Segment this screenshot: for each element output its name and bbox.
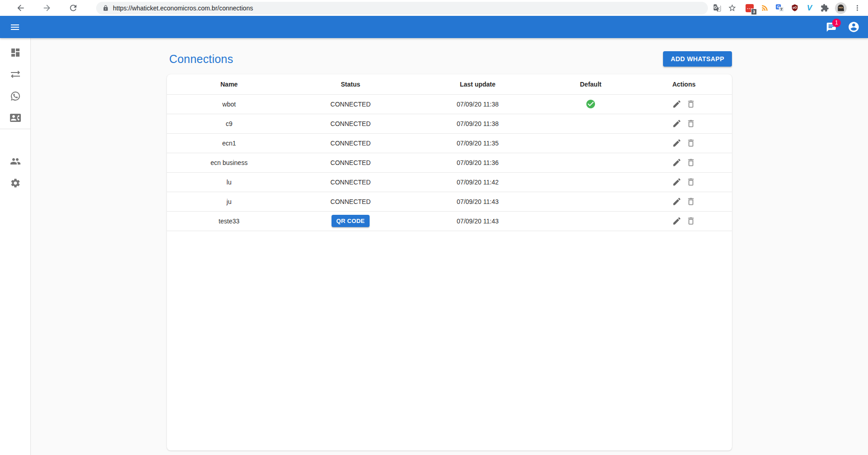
column-header: Actions — [636, 74, 732, 94]
sidebar-item-users[interactable] — [0, 150, 30, 172]
sidebar-item-connections[interactable] — [0, 63, 30, 85]
sidebar-item-dashboard[interactable] — [0, 42, 30, 63]
edit-button[interactable] — [671, 195, 683, 208]
cell-actions — [636, 172, 732, 192]
extension-rss-icon[interactable] — [760, 4, 769, 13]
gear-icon — [10, 178, 21, 189]
delete-button[interactable] — [685, 195, 697, 208]
pencil-icon — [672, 197, 682, 206]
last-update: 07/09/20 11:38 — [457, 101, 498, 108]
column-header: Default — [546, 74, 636, 94]
trash-icon — [686, 158, 696, 167]
cell-default — [546, 153, 636, 172]
menu-toggle-button[interactable] — [10, 22, 20, 33]
delete-button[interactable] — [685, 176, 697, 188]
main-content: Connections ADD WHATSAPP NameStatusLast … — [31, 38, 868, 455]
delete-button[interactable] — [685, 137, 697, 149]
cell-name: ecn business — [167, 153, 291, 172]
connection-name: wbot — [222, 101, 236, 108]
sync-alt-icon — [10, 69, 21, 80]
cell-default — [546, 211, 636, 231]
bookmark-star-icon[interactable] — [727, 4, 736, 13]
cell-status: CONNECTED — [291, 172, 410, 192]
browser-toolbar-right: ... 3 G uO V — [712, 2, 862, 14]
sidebar-item-contacts[interactable] — [0, 107, 30, 129]
status-text: CONNECTED — [331, 140, 371, 147]
extension-v-icon[interactable]: V — [805, 4, 814, 13]
edit-button[interactable] — [671, 176, 683, 188]
hamburger-icon — [10, 22, 20, 33]
connections-table-body: wbot CONNECTED 07/09/20 11:38 c9 CONNECT… — [167, 94, 732, 231]
pencil-icon — [672, 119, 682, 128]
qr-code-button[interactable]: QR CODE — [332, 215, 370, 227]
translate-page-icon[interactable] — [712, 4, 722, 13]
browser-forward-button[interactable] — [40, 1, 54, 15]
cell-status: CONNECTED — [291, 192, 410, 211]
extension-translate-icon[interactable]: G — [775, 4, 784, 13]
cell-default — [546, 114, 636, 133]
trash-icon — [686, 216, 696, 226]
page-title: Connections — [169, 53, 233, 66]
pencil-icon — [672, 99, 682, 109]
browser-refresh-button[interactable] — [66, 1, 80, 15]
account-button[interactable] — [848, 21, 860, 33]
delete-button[interactable] — [685, 98, 697, 110]
cell-name: ju — [167, 192, 291, 211]
delete-button[interactable] — [685, 117, 697, 130]
browser-menu-icon[interactable] — [853, 4, 862, 13]
table-row: ecn1 CONNECTED 07/09/20 11:35 — [167, 133, 732, 153]
status-text: CONNECTED — [331, 198, 371, 205]
add-whatsapp-button[interactable]: ADD WHATSAPP — [663, 51, 732, 67]
trash-icon — [686, 197, 696, 206]
edit-button[interactable] — [671, 215, 683, 227]
cell-default — [546, 94, 636, 114]
cell-name: ecn1 — [167, 133, 291, 153]
edit-button[interactable] — [671, 117, 683, 130]
address-bar[interactable]: https://whaticket.economicros.com.br/con… — [96, 2, 708, 15]
page-header: Connections ADD WHATSAPP — [167, 50, 732, 68]
cell-last-update: 07/09/20 11:42 — [410, 172, 546, 192]
cell-name: lu — [167, 172, 291, 192]
pencil-icon — [672, 158, 682, 167]
extensions-puzzle-icon[interactable] — [820, 4, 829, 13]
cell-status: QR CODE — [291, 211, 410, 231]
table-header-row: NameStatusLast updateDefaultActions — [167, 74, 732, 94]
extension-ublock-icon[interactable]: uO — [790, 4, 799, 13]
column-header: Last update — [410, 74, 546, 94]
cell-actions — [636, 192, 732, 211]
edit-button[interactable] — [671, 156, 683, 169]
connection-name: lu — [227, 179, 232, 186]
cell-status: CONNECTED — [291, 94, 410, 114]
edit-button[interactable] — [671, 98, 683, 110]
sidebar-item-tickets[interactable] — [0, 85, 30, 107]
trash-icon — [686, 99, 696, 109]
cell-default — [546, 172, 636, 192]
sidebar-item-settings[interactable] — [0, 172, 30, 194]
last-update: 07/09/20 11:38 — [457, 120, 498, 127]
column-header: Status — [291, 74, 410, 94]
default-check-icon — [585, 100, 596, 107]
refresh-icon — [68, 3, 78, 13]
extension-red-ellipsis-icon[interactable]: ... 3 — [745, 4, 754, 13]
arrow-forward-icon — [42, 3, 52, 13]
trash-icon — [686, 119, 696, 128]
last-update: 07/09/20 11:36 — [457, 159, 498, 166]
cell-last-update: 07/09/20 11:38 — [410, 114, 546, 133]
status-text: CONNECTED — [331, 101, 371, 108]
account-circle-icon — [848, 21, 860, 33]
cell-name: c9 — [167, 114, 291, 133]
trash-icon — [686, 177, 696, 187]
browser-profile-avatar[interactable] — [835, 2, 847, 14]
connection-name: teste33 — [219, 218, 239, 225]
edit-button[interactable] — [671, 137, 683, 149]
extension-badge: 3 — [751, 9, 757, 15]
browser-back-button[interactable] — [14, 1, 27, 15]
delete-button[interactable] — [685, 215, 697, 227]
delete-button[interactable] — [685, 156, 697, 169]
arrow-back-icon — [16, 3, 25, 13]
status-text: CONNECTED — [331, 179, 371, 186]
url-text: https://whaticket.economicros.com.br/con… — [113, 5, 253, 12]
connections-card: NameStatusLast updateDefaultActions wbot… — [167, 74, 732, 450]
table-row: teste33 QR CODE 07/09/20 11:43 — [167, 211, 732, 231]
messages-button[interactable]: 1 — [826, 22, 837, 33]
